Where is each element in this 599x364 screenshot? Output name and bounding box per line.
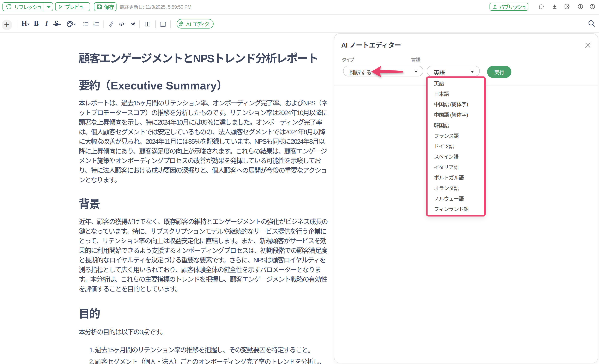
- svg-text:3: 3: [94, 25, 95, 27]
